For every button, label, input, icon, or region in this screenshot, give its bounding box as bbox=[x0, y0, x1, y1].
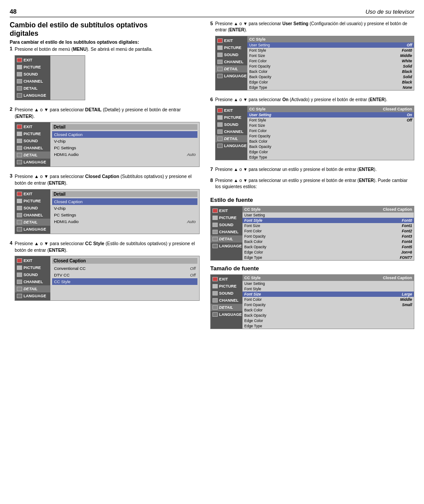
detail-iconfz bbox=[212, 305, 218, 310]
cc-fs-fontstyle: Font StyleFont0 bbox=[242, 218, 414, 223]
language-icon2 bbox=[17, 160, 22, 164]
s2-picture: PICTURE bbox=[15, 130, 50, 137]
step-8: 8 Presione ▲ o ▼ para seleccionar un est… bbox=[210, 178, 414, 192]
sound-icon5 bbox=[217, 53, 223, 57]
step-3: 3 Presione ▲ o ▼ para seleccionar Closed… bbox=[10, 173, 200, 237]
sound-iconfs bbox=[212, 223, 218, 227]
step-2-text: Presione ▲ o ▼ para seleccionar DETAIL (… bbox=[15, 106, 200, 119]
step-5-text: Presione ▲ o ▼ para seleccionar User Set… bbox=[215, 21, 414, 33]
sfz-detail: DETAIL bbox=[211, 304, 242, 311]
font-size-heading: Tamaño de fuente bbox=[210, 265, 414, 272]
s4-detail: DETAIL bbox=[15, 285, 50, 292]
sfs-sound: SOUND bbox=[211, 221, 242, 228]
sidebar-font-size: EXIT PICTURE SOUND CHANNEL DETAIL LANGUA… bbox=[211, 275, 242, 329]
cc-row-user-setting: User SettingOff bbox=[247, 42, 414, 48]
picture-icon4 bbox=[17, 265, 22, 270]
cc-row-back-color5: Back ColorBlack bbox=[247, 69, 414, 74]
cc-fz-edgecolor: Edge Color bbox=[242, 318, 414, 323]
s3-vchip: V-chip bbox=[52, 205, 197, 212]
cc-fz-fontsize: Font SizeLarge bbox=[242, 292, 414, 297]
sidebar-channel: CHANNEL bbox=[15, 78, 50, 85]
tv-ui-step4: EXIT PICTURE SOUND CHANNEL DETAIL LANGUA… bbox=[15, 256, 200, 301]
cc-style-font-style-panel: CC Style Closed Caption User Setting Fon… bbox=[242, 206, 414, 260]
detail-icon4 bbox=[17, 287, 22, 291]
picture-iconfs bbox=[212, 216, 218, 220]
cc-style-step6: CC Style Closed Caption User SettingOn F… bbox=[247, 106, 414, 160]
channel-icon6 bbox=[217, 129, 223, 134]
detail-menu-step3: Detail Closed Caption V-chip PC Settings… bbox=[50, 189, 199, 234]
step-2: 2 Presione ▲ o ▼ para seleccionar DETAIL… bbox=[10, 106, 200, 171]
step-1: 1 Presione el botón de menú (MENU). Se a… bbox=[10, 46, 200, 104]
cc-row6-font-color: Font Color bbox=[247, 128, 414, 133]
cc-row6-back-opacity: Back Opacity bbox=[247, 144, 414, 149]
s4-channel: CHANNEL bbox=[15, 278, 50, 285]
step-8-text: Presione ▲ o ▼ para seleccionar un estil… bbox=[215, 178, 414, 190]
sfz-sound: SOUND bbox=[211, 290, 242, 297]
cc-row6-back-color: Back Color bbox=[247, 139, 414, 144]
cc-style-header5: CC Style bbox=[247, 36, 414, 42]
step-7: 7 Presione ▲ o ▼ para seleccionar un est… bbox=[210, 167, 414, 175]
s6-detail: DETAIL bbox=[216, 135, 247, 142]
sfz-language: LANGUAGE bbox=[211, 311, 242, 318]
s4-picture: PICTURE bbox=[15, 264, 50, 271]
exit-icon5 bbox=[217, 38, 223, 43]
step-3-text: Presione ▲ o ▼ para seleccionar Closed C… bbox=[15, 173, 200, 186]
exit-icon2 bbox=[17, 125, 22, 129]
s6-sound: SOUND bbox=[216, 121, 247, 128]
cc-style-header6: CC Style Closed Caption bbox=[247, 106, 414, 112]
cc-fz-fontcolor: Font ColorMiddle bbox=[242, 297, 414, 302]
picture-icon5 bbox=[217, 45, 223, 50]
exit-icon bbox=[17, 58, 22, 62]
s4-dtv: DTV CCOff bbox=[52, 272, 197, 278]
s6-picture: PICTURE bbox=[216, 114, 247, 121]
sidebar-exit: EXIT bbox=[15, 57, 50, 64]
channel-iconfs bbox=[212, 230, 218, 234]
language-icon4 bbox=[17, 294, 22, 298]
s4-ccstyle: CC Style bbox=[52, 278, 197, 285]
step-1-text: Presione el botón de menú (MENU). Se abr… bbox=[15, 46, 200, 53]
tv-ui-font-style: EXIT PICTURE SOUND CHANNEL DETAIL LANGUA… bbox=[210, 206, 414, 261]
sound-icon6 bbox=[217, 122, 223, 127]
step-6: 6 Presione ▲ o ▼ para seleccionar On (Ac… bbox=[210, 97, 414, 164]
cc-fs-fontsize: Font SizeFont1 bbox=[242, 223, 414, 228]
cc-fz-backcolor: Back Color bbox=[242, 307, 414, 313]
language-icon bbox=[17, 93, 22, 98]
cc-row6-font-size: Font Size bbox=[247, 123, 414, 128]
right-column: 5 Presione ▲ o ▼ para seleccionar User S… bbox=[210, 21, 414, 333]
picture-icon3 bbox=[17, 199, 22, 203]
sidebar-font-style: EXIT PICTURE SOUND CHANNEL DETAIL LANGUA… bbox=[211, 206, 242, 260]
page-header: 48 Uso de su televisor bbox=[10, 8, 414, 17]
sound-icon2 bbox=[17, 139, 22, 143]
cc-fz-fontopacity: Font OpacitySmall bbox=[242, 302, 414, 307]
cc-fs-edgecolor: Edge ColorJon×6 bbox=[242, 250, 414, 255]
cc-fs-backcolor: Back ColorFont4 bbox=[242, 239, 414, 244]
sfs-channel: CHANNEL bbox=[211, 228, 242, 235]
exit-icon6 bbox=[217, 108, 223, 113]
channel-icon3 bbox=[17, 213, 22, 217]
cc-fz-user: User Setting bbox=[242, 281, 414, 286]
exit-iconfz bbox=[212, 277, 218, 281]
detail-item-vchip: V-chip bbox=[52, 138, 197, 144]
exit-iconfs bbox=[212, 208, 218, 213]
s5-channel: CHANNEL bbox=[216, 58, 247, 65]
sidebar-step3: EXIT PICTURE SOUND CHANNEL DETAIL LANGUA… bbox=[15, 189, 50, 234]
cc-row-font-color5: Font ColorWhite bbox=[247, 58, 414, 64]
picture-icon6 bbox=[217, 115, 223, 120]
picture-icon bbox=[17, 65, 22, 69]
detail-item-hdmi: HDMI1 AudioAuto bbox=[52, 151, 197, 158]
sidebar-detail: DETAIL bbox=[15, 85, 50, 92]
detail-icon5 bbox=[217, 67, 223, 71]
detail-iconfs bbox=[212, 237, 218, 241]
sound-icon3 bbox=[17, 206, 22, 210]
sidebar-step2: EXIT PICTURE SOUND CHANNEL DETAIL LANGUA… bbox=[15, 122, 50, 167]
tv-ui-font-size: EXIT PICTURE SOUND CHANNEL DETAIL LANGUA… bbox=[210, 274, 414, 329]
detail-item-pc: PC Settings bbox=[52, 144, 197, 151]
s6-language: LANGUAGE bbox=[216, 142, 247, 149]
s2-channel: CHANNEL bbox=[15, 144, 50, 152]
channel-icon2 bbox=[17, 146, 22, 150]
cc-row6-font-style: Font StyleOff bbox=[247, 117, 414, 123]
language-icon3 bbox=[17, 227, 22, 231]
cc-fz-fontstyle: Font Style bbox=[242, 286, 414, 292]
cc-style-font-size-panel: CC Style Closed Caption User Setting Fon… bbox=[242, 275, 414, 329]
intro-text: Para cambiar el estilo de los subtítulos… bbox=[10, 39, 200, 45]
